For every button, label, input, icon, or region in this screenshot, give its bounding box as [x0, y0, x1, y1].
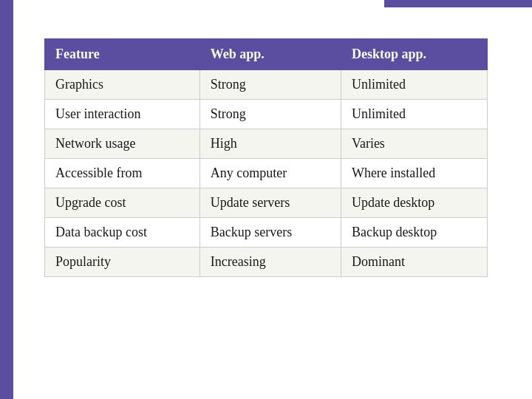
table-header-row: Feature Web app. Desktop app. — [45, 39, 488, 70]
table-cell: Unlimited — [341, 70, 487, 100]
table-cell: Update servers — [200, 188, 341, 218]
table-cell: Accessible from — [45, 159, 200, 188]
comparison-table: Feature Web app. Desktop app. GraphicsSt… — [44, 38, 488, 277]
table-cell: Graphics — [45, 70, 200, 100]
table-row: Data backup costBackup serversBackup des… — [45, 218, 488, 248]
table-container: Feature Web app. Desktop app. GraphicsSt… — [44, 38, 488, 277]
slide: Feature Web app. Desktop app. GraphicsSt… — [0, 0, 532, 399]
table-cell: Varies — [341, 129, 487, 159]
table-row: User interactionStrongUnlimited — [45, 100, 488, 129]
table-cell: Strong — [200, 100, 341, 129]
table-cell: Dominant — [341, 248, 487, 277]
table-cell: Popularity — [45, 248, 200, 277]
table-cell: Where installed — [341, 159, 487, 188]
table-cell: Strong — [200, 70, 341, 100]
left-accent-bar — [0, 0, 13, 399]
table-cell: Data backup cost — [45, 218, 200, 248]
table-cell: Increasing — [200, 248, 341, 277]
table-cell: High — [200, 129, 341, 159]
col-header-feature: Feature — [45, 39, 200, 70]
col-header-webapp: Web app. — [200, 39, 341, 70]
table-cell: Update desktop — [341, 188, 487, 218]
table-cell: Any computer — [200, 159, 341, 188]
table-cell: Unlimited — [341, 100, 487, 129]
table-cell: Network usage — [45, 129, 200, 159]
table-cell: Backup servers — [200, 218, 341, 248]
table-row: Upgrade costUpdate serversUpdate desktop — [45, 188, 488, 218]
table-row: Accessible fromAny computerWhere install… — [45, 159, 488, 188]
col-header-desktop: Desktop app. — [341, 39, 487, 70]
table-row: Network usageHighVaries — [45, 129, 488, 159]
table-cell: Backup desktop — [341, 218, 487, 248]
table-cell: Upgrade cost — [45, 188, 200, 218]
top-accent-bar — [384, 0, 532, 7]
table-row: GraphicsStrongUnlimited — [45, 70, 488, 100]
table-cell: User interaction — [45, 100, 200, 129]
table-body: GraphicsStrongUnlimitedUser interactionS… — [45, 70, 488, 277]
table-row: PopularityIncreasingDominant — [45, 248, 488, 277]
